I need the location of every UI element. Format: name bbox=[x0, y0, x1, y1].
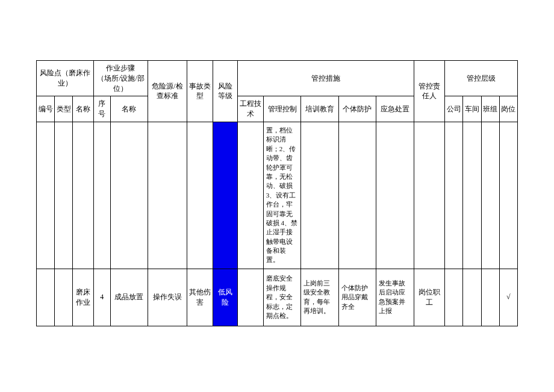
cell-seq bbox=[93, 122, 110, 269]
cell-responsible: 岗位职工 bbox=[414, 269, 445, 326]
cell-responsible bbox=[414, 122, 445, 269]
cell-accident-type bbox=[187, 122, 213, 269]
header-seq: 序号 bbox=[93, 96, 110, 122]
header-accident-type: 事故类型 bbox=[187, 61, 213, 122]
cell-step-name bbox=[110, 122, 148, 269]
header-control-level: 管控层级 bbox=[445, 61, 518, 96]
table-row: 置，档位标识清晰；2、传动带、齿轮护罩可靠，无松动、破损 3、设有工作台，牢固可… bbox=[37, 122, 518, 269]
cell-name bbox=[73, 122, 93, 269]
cell-ppe bbox=[338, 122, 376, 269]
cell-step-name: 成品放置 bbox=[110, 269, 148, 326]
header-row-2: 编号 类型 名称 序号 名称 工程技术 管理控制 培训教育 个体防护 应急处置 … bbox=[37, 96, 518, 122]
cell-training: 上岗前三级安全教育，每年再培训。 bbox=[301, 269, 338, 326]
cell-hazard bbox=[148, 122, 187, 269]
cell-type bbox=[55, 269, 73, 326]
cell-no bbox=[37, 269, 55, 326]
cell-post bbox=[499, 122, 517, 269]
header-no: 编号 bbox=[37, 96, 55, 122]
cell-company bbox=[445, 122, 463, 269]
cell-hazard: 操作失误 bbox=[148, 269, 187, 326]
header-step-group: 作业步骤 （场所/设施/部位） bbox=[93, 61, 148, 96]
header-company: 公司 bbox=[445, 96, 463, 122]
header-hazard: 危险源/检查标准 bbox=[148, 61, 187, 122]
cell-name: 磨床作业 bbox=[73, 269, 93, 326]
header-workshop: 车间 bbox=[463, 96, 481, 122]
header-team: 班组 bbox=[481, 96, 499, 122]
cell-training bbox=[301, 122, 338, 269]
header-risk-level: 风险等级 bbox=[213, 61, 237, 122]
cell-company bbox=[445, 269, 463, 326]
header-risk-point: 风险点（磨床作业） bbox=[37, 61, 94, 96]
cell-engineering bbox=[237, 269, 263, 326]
header-step-name: 名称 bbox=[110, 96, 148, 122]
header-ppe: 个体防护 bbox=[338, 96, 376, 122]
header-responsible: 管控责任人 bbox=[414, 61, 445, 122]
cell-workshop bbox=[463, 269, 481, 326]
cell-post: √ bbox=[499, 269, 517, 326]
header-post: 岗位 bbox=[499, 96, 517, 122]
cell-type bbox=[55, 122, 73, 269]
cell-ppe: 个体防护用品穿戴齐全 bbox=[338, 269, 376, 326]
cell-accident-type: 其他伤害 bbox=[187, 269, 213, 326]
header-name: 名称 bbox=[73, 96, 93, 122]
cell-team bbox=[481, 122, 499, 269]
table-row: 磨床作业 4 成品放置 操作失误 其他伤害 低风险 磨底安全操作规程，安全标志，… bbox=[37, 269, 518, 326]
cell-engineering bbox=[237, 122, 263, 269]
header-management: 管理控制 bbox=[263, 96, 300, 122]
header-row-1: 风险点（磨床作业） 作业步骤 （场所/设施/部位） 危险源/检查标准 事故类型 … bbox=[37, 61, 518, 96]
cell-risk-level: 低风险 bbox=[213, 269, 237, 326]
header-type: 类型 bbox=[55, 96, 73, 122]
cell-risk-level bbox=[213, 122, 237, 269]
cell-team bbox=[481, 269, 499, 326]
cell-management: 磨底安全操作规程，安全标志，定期点检。 bbox=[263, 269, 300, 326]
cell-no bbox=[37, 122, 55, 269]
cell-seq: 4 bbox=[93, 269, 110, 326]
header-training: 培训教育 bbox=[301, 96, 338, 122]
risk-assessment-table: 风险点（磨床作业） 作业步骤 （场所/设施/部位） 危险源/检查标准 事故类型 … bbox=[36, 60, 518, 326]
header-engineering: 工程技术 bbox=[237, 96, 263, 122]
cell-management: 置，档位标识清晰；2、传动带、齿轮护罩可靠，无松动、破损 3、设有工作台，牢固可… bbox=[263, 122, 300, 269]
header-control-measures: 管控措施 bbox=[237, 61, 414, 96]
cell-workshop bbox=[463, 122, 481, 269]
cell-emergency: 发生事故后启动应急预案并上报 bbox=[376, 269, 414, 326]
cell-emergency bbox=[376, 122, 414, 269]
header-emergency: 应急处置 bbox=[376, 96, 414, 122]
